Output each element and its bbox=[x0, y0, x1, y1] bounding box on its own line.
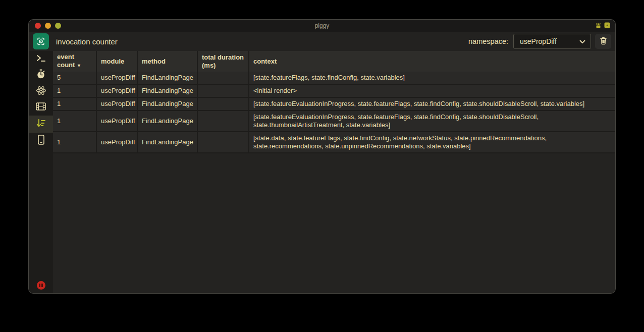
cell-module: usePropDiff bbox=[96, 132, 137, 153]
stopwatch-icon bbox=[36, 69, 45, 81]
invocation-table: event count ▼ module method total durati… bbox=[53, 51, 615, 153]
column-label: method bbox=[142, 58, 166, 65]
cell-method: FindLandingPage bbox=[137, 72, 197, 84]
namespace-selected-value: usePropDiff bbox=[520, 37, 557, 45]
cell-context: [state.featureFlags, state.findConfig, s… bbox=[249, 72, 615, 84]
pause-recording-button[interactable] bbox=[37, 281, 45, 290]
cell-event-count: 1 bbox=[53, 132, 96, 153]
column-header-total-duration[interactable]: total duration (ms) bbox=[197, 51, 249, 72]
app-header: invocation counter namespace: usePropDif… bbox=[29, 32, 615, 51]
film-icon bbox=[36, 102, 46, 113]
cell-method: FindLandingPage bbox=[137, 84, 197, 97]
cell-context: [state.data, state.featureFlags, state.f… bbox=[249, 132, 615, 153]
page-title: invocation counter bbox=[56, 37, 118, 46]
cell-context: <initial render> bbox=[249, 84, 615, 97]
chevron-down-icon bbox=[579, 37, 585, 45]
sort-arrow-icon: ▼ bbox=[77, 63, 81, 68]
cell-total-duration bbox=[197, 72, 249, 84]
table-header-row: event count ▼ module method total durati… bbox=[53, 51, 615, 72]
cell-total-duration bbox=[197, 84, 249, 97]
cell-method: FindLandingPage bbox=[137, 132, 197, 153]
app-logo bbox=[33, 33, 49, 49]
sidebar-bottom bbox=[29, 281, 53, 290]
namespace-label: namespace: bbox=[468, 37, 508, 45]
cell-module: usePropDiff bbox=[96, 110, 137, 132]
atom-icon bbox=[36, 86, 46, 97]
window-body: event count ▼ module method total durati… bbox=[29, 51, 615, 293]
cell-event-count: 5 bbox=[53, 72, 96, 84]
column-label: event count bbox=[57, 53, 75, 69]
terminal-icon bbox=[36, 53, 46, 65]
cell-total-duration bbox=[197, 132, 249, 153]
column-header-module[interactable]: module bbox=[96, 51, 137, 72]
traffic-lights bbox=[35, 23, 61, 29]
column-label: total duration (ms) bbox=[202, 53, 244, 69]
sidebar-item-timer[interactable] bbox=[29, 67, 53, 83]
titlebar: piggy bbox=[29, 20, 615, 32]
sidebar bbox=[29, 51, 53, 293]
namespace-select[interactable]: usePropDiff bbox=[513, 34, 591, 49]
cell-event-count: 1 bbox=[53, 110, 96, 132]
device-icon bbox=[604, 21, 610, 30]
zoom-button[interactable] bbox=[55, 23, 61, 29]
cell-module: usePropDiff bbox=[96, 97, 137, 110]
cell-total-duration bbox=[197, 110, 249, 132]
table-row[interactable]: 1 usePropDiff FindLandingPage <initial r… bbox=[53, 84, 615, 97]
column-label: module bbox=[101, 58, 124, 65]
column-header-event-count[interactable]: event count ▼ bbox=[53, 51, 96, 72]
pause-icon bbox=[39, 284, 40, 287]
sidebar-item-terminal[interactable] bbox=[29, 51, 53, 67]
android-icon bbox=[595, 21, 602, 30]
screenshot-scan-icon bbox=[36, 36, 46, 46]
cell-module: usePropDiff bbox=[96, 72, 137, 84]
sidebar-item-react[interactable] bbox=[29, 83, 53, 99]
minimize-button[interactable] bbox=[45, 23, 51, 29]
pause-icon-bar bbox=[41, 284, 43, 287]
trash-icon bbox=[600, 37, 607, 46]
cell-method: FindLandingPage bbox=[137, 97, 197, 110]
table-row[interactable]: 1 usePropDiff FindLandingPage [state.fea… bbox=[53, 97, 615, 110]
sidebar-item-video[interactable] bbox=[29, 99, 53, 116]
header-controls: namespace: usePropDiff bbox=[468, 34, 611, 49]
cell-module: usePropDiff bbox=[96, 84, 137, 97]
phone-icon bbox=[38, 135, 44, 147]
window-title: piggy bbox=[29, 22, 615, 29]
close-button[interactable] bbox=[35, 23, 41, 29]
clear-namespace-button[interactable] bbox=[595, 34, 611, 49]
app-window: piggy bbox=[28, 19, 616, 294]
table-row[interactable]: 1 usePropDiff FindLandingPage [state.dat… bbox=[53, 132, 615, 153]
table-row[interactable]: 5 usePropDiff FindLandingPage [state.fea… bbox=[53, 72, 615, 84]
sidebar-item-invocation-counter[interactable] bbox=[29, 116, 53, 133]
cell-method: FindLandingPage bbox=[137, 110, 197, 132]
sidebar-item-device[interactable] bbox=[29, 133, 53, 149]
cell-event-count: 1 bbox=[53, 97, 96, 110]
main-content: event count ▼ module method total durati… bbox=[53, 51, 615, 293]
column-label: context bbox=[253, 58, 277, 65]
cell-event-count: 1 bbox=[53, 84, 96, 97]
column-header-context[interactable]: context bbox=[249, 51, 615, 72]
cell-context: [state.featureEvaluationInProgress, stat… bbox=[249, 97, 615, 110]
sort-descending-icon bbox=[36, 119, 46, 130]
cell-total-duration bbox=[197, 97, 249, 110]
titlebar-status-icons bbox=[595, 21, 610, 30]
table-row[interactable]: 1 usePropDiff FindLandingPage [state.fea… bbox=[53, 110, 615, 132]
cell-context: [state.featureEvaluationInProgress, stat… bbox=[249, 110, 615, 132]
column-header-method[interactable]: method bbox=[137, 51, 197, 72]
